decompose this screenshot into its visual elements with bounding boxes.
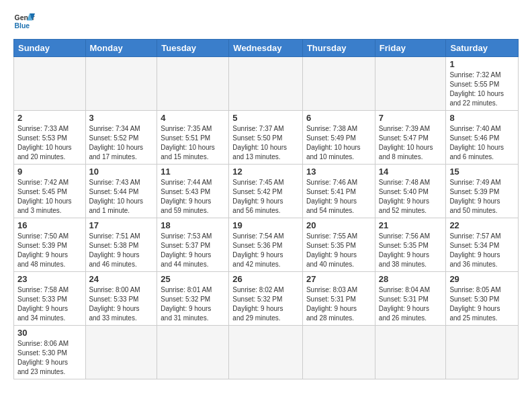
calendar-cell bbox=[85, 326, 157, 379]
day-info: Sunrise: 7:40 AM Sunset: 5:46 PM Dayligh… bbox=[449, 124, 515, 162]
calendar-cell bbox=[302, 326, 375, 379]
day-info: Sunrise: 7:42 AM Sunset: 5:45 PM Dayligh… bbox=[17, 178, 82, 216]
day-info: Sunrise: 7:51 AM Sunset: 5:38 PM Dayligh… bbox=[89, 232, 154, 269]
day-number: 10 bbox=[89, 167, 154, 177]
day-info: Sunrise: 8:04 AM Sunset: 5:31 PM Dayligh… bbox=[379, 285, 443, 323]
calendar-cell bbox=[157, 57, 229, 111]
day-info: Sunrise: 7:35 AM Sunset: 5:51 PM Dayligh… bbox=[161, 124, 225, 162]
day-info: Sunrise: 7:53 AM Sunset: 5:37 PM Dayligh… bbox=[161, 232, 225, 269]
day-info: Sunrise: 7:48 AM Sunset: 5:40 PM Dayligh… bbox=[379, 178, 443, 216]
day-info: Sunrise: 8:00 AM Sunset: 5:33 PM Dayligh… bbox=[89, 285, 154, 323]
calendar-cell: 16Sunrise: 7:50 AM Sunset: 5:39 PM Dayli… bbox=[14, 218, 86, 272]
header: General Blue bbox=[13, 11, 519, 32]
calendar-week-row: 30Sunrise: 8:06 AM Sunset: 5:30 PM Dayli… bbox=[14, 326, 519, 379]
calendar-cell: 25Sunrise: 8:01 AM Sunset: 5:32 PM Dayli… bbox=[157, 272, 229, 326]
calendar-week-row: 23Sunrise: 7:58 AM Sunset: 5:33 PM Dayli… bbox=[14, 272, 519, 326]
weekday-header-monday: Monday bbox=[85, 40, 157, 57]
day-number: 27 bbox=[306, 274, 371, 284]
calendar-cell: 23Sunrise: 7:58 AM Sunset: 5:33 PM Dayli… bbox=[14, 272, 86, 326]
day-info: Sunrise: 7:57 AM Sunset: 5:34 PM Dayligh… bbox=[449, 232, 515, 269]
page: General Blue SundayMondayTuesdayWednesda… bbox=[0, 0, 532, 386]
day-number: 20 bbox=[306, 220, 371, 230]
day-number: 7 bbox=[379, 113, 443, 123]
weekday-header-tuesday: Tuesday bbox=[157, 40, 229, 57]
calendar-cell: 17Sunrise: 7:51 AM Sunset: 5:38 PM Dayli… bbox=[85, 218, 157, 272]
day-number: 16 bbox=[17, 220, 82, 230]
calendar-cell bbox=[446, 326, 519, 379]
day-number: 28 bbox=[379, 274, 443, 284]
day-info: Sunrise: 7:45 AM Sunset: 5:42 PM Dayligh… bbox=[232, 178, 299, 216]
calendar-cell bbox=[229, 326, 303, 379]
day-number: 29 bbox=[449, 274, 515, 284]
calendar-week-row: 2Sunrise: 7:33 AM Sunset: 5:53 PM Daylig… bbox=[14, 111, 519, 165]
calendar-cell: 3Sunrise: 7:34 AM Sunset: 5:52 PM Daylig… bbox=[85, 111, 157, 165]
calendar-week-row: 1Sunrise: 7:32 AM Sunset: 5:55 PM Daylig… bbox=[14, 57, 519, 111]
day-number: 2 bbox=[17, 113, 82, 123]
weekday-header-friday: Friday bbox=[375, 40, 446, 57]
calendar-cell: 14Sunrise: 7:48 AM Sunset: 5:40 PM Dayli… bbox=[375, 165, 446, 218]
weekday-header-saturday: Saturday bbox=[446, 40, 519, 57]
calendar-cell bbox=[14, 57, 86, 111]
day-info: Sunrise: 7:58 AM Sunset: 5:33 PM Dayligh… bbox=[17, 285, 82, 323]
day-info: Sunrise: 7:50 AM Sunset: 5:39 PM Dayligh… bbox=[17, 232, 82, 269]
day-info: Sunrise: 7:56 AM Sunset: 5:35 PM Dayligh… bbox=[379, 232, 443, 269]
calendar-cell: 6Sunrise: 7:38 AM Sunset: 5:49 PM Daylig… bbox=[302, 111, 375, 165]
calendar-cell: 27Sunrise: 8:03 AM Sunset: 5:31 PM Dayli… bbox=[302, 272, 375, 326]
calendar-cell: 20Sunrise: 7:55 AM Sunset: 5:35 PM Dayli… bbox=[302, 218, 375, 272]
logo: General Blue bbox=[13, 11, 35, 32]
day-number: 13 bbox=[306, 167, 371, 177]
day-number: 17 bbox=[89, 220, 154, 230]
calendar-week-row: 16Sunrise: 7:50 AM Sunset: 5:39 PM Dayli… bbox=[14, 218, 519, 272]
day-number: 23 bbox=[17, 274, 82, 284]
svg-text:Blue: Blue bbox=[15, 22, 30, 30]
calendar-cell bbox=[85, 57, 157, 111]
day-info: Sunrise: 7:39 AM Sunset: 5:47 PM Dayligh… bbox=[379, 124, 443, 162]
weekday-header-wednesday: Wednesday bbox=[229, 40, 303, 57]
day-number: 11 bbox=[161, 167, 225, 177]
day-info: Sunrise: 7:33 AM Sunset: 5:53 PM Dayligh… bbox=[17, 124, 82, 162]
day-number: 19 bbox=[232, 220, 299, 230]
calendar-cell: 9Sunrise: 7:42 AM Sunset: 5:45 PM Daylig… bbox=[14, 165, 86, 218]
day-number: 15 bbox=[449, 167, 515, 177]
day-info: Sunrise: 8:03 AM Sunset: 5:31 PM Dayligh… bbox=[306, 285, 371, 323]
day-info: Sunrise: 7:54 AM Sunset: 5:36 PM Dayligh… bbox=[232, 232, 299, 269]
day-info: Sunrise: 8:05 AM Sunset: 5:30 PM Dayligh… bbox=[449, 285, 515, 323]
calendar-cell: 12Sunrise: 7:45 AM Sunset: 5:42 PM Dayli… bbox=[229, 165, 303, 218]
day-number: 26 bbox=[232, 274, 299, 284]
day-info: Sunrise: 7:37 AM Sunset: 5:50 PM Dayligh… bbox=[232, 124, 299, 162]
day-number: 8 bbox=[449, 113, 515, 123]
day-number: 3 bbox=[89, 113, 154, 123]
day-number: 21 bbox=[379, 220, 443, 230]
day-number: 30 bbox=[17, 328, 82, 338]
day-info: Sunrise: 7:44 AM Sunset: 5:43 PM Dayligh… bbox=[161, 178, 225, 216]
calendar-cell bbox=[302, 57, 375, 111]
day-number: 5 bbox=[232, 113, 299, 123]
day-number: 22 bbox=[449, 220, 515, 230]
day-info: Sunrise: 7:46 AM Sunset: 5:41 PM Dayligh… bbox=[306, 178, 371, 216]
day-number: 14 bbox=[379, 167, 443, 177]
calendar-cell: 30Sunrise: 8:06 AM Sunset: 5:30 PM Dayli… bbox=[14, 326, 86, 379]
logo-icon: General Blue bbox=[13, 11, 35, 32]
calendar-cell: 5Sunrise: 7:37 AM Sunset: 5:50 PM Daylig… bbox=[229, 111, 303, 165]
calendar-cell: 28Sunrise: 8:04 AM Sunset: 5:31 PM Dayli… bbox=[375, 272, 446, 326]
calendar-cell bbox=[157, 326, 229, 379]
day-number: 25 bbox=[161, 274, 225, 284]
calendar-cell: 7Sunrise: 7:39 AM Sunset: 5:47 PM Daylig… bbox=[375, 111, 446, 165]
day-info: Sunrise: 8:02 AM Sunset: 5:32 PM Dayligh… bbox=[232, 285, 299, 323]
day-number: 6 bbox=[306, 113, 371, 123]
weekday-header-row: SundayMondayTuesdayWednesdayThursdayFrid… bbox=[14, 40, 519, 57]
day-info: Sunrise: 7:38 AM Sunset: 5:49 PM Dayligh… bbox=[306, 124, 371, 162]
calendar-cell: 1Sunrise: 7:32 AM Sunset: 5:55 PM Daylig… bbox=[446, 57, 519, 111]
day-info: Sunrise: 7:34 AM Sunset: 5:52 PM Dayligh… bbox=[89, 124, 154, 162]
calendar-cell: 19Sunrise: 7:54 AM Sunset: 5:36 PM Dayli… bbox=[229, 218, 303, 272]
day-info: Sunrise: 7:32 AM Sunset: 5:55 PM Dayligh… bbox=[449, 71, 515, 108]
day-info: Sunrise: 7:55 AM Sunset: 5:35 PM Dayligh… bbox=[306, 232, 371, 269]
calendar-cell: 18Sunrise: 7:53 AM Sunset: 5:37 PM Dayli… bbox=[157, 218, 229, 272]
weekday-header-thursday: Thursday bbox=[302, 40, 375, 57]
calendar-cell: 10Sunrise: 7:43 AM Sunset: 5:44 PM Dayli… bbox=[85, 165, 157, 218]
day-number: 9 bbox=[17, 167, 82, 177]
calendar-cell: 29Sunrise: 8:05 AM Sunset: 5:30 PM Dayli… bbox=[446, 272, 519, 326]
day-number: 24 bbox=[89, 274, 154, 284]
day-number: 12 bbox=[232, 167, 299, 177]
calendar-cell: 4Sunrise: 7:35 AM Sunset: 5:51 PM Daylig… bbox=[157, 111, 229, 165]
